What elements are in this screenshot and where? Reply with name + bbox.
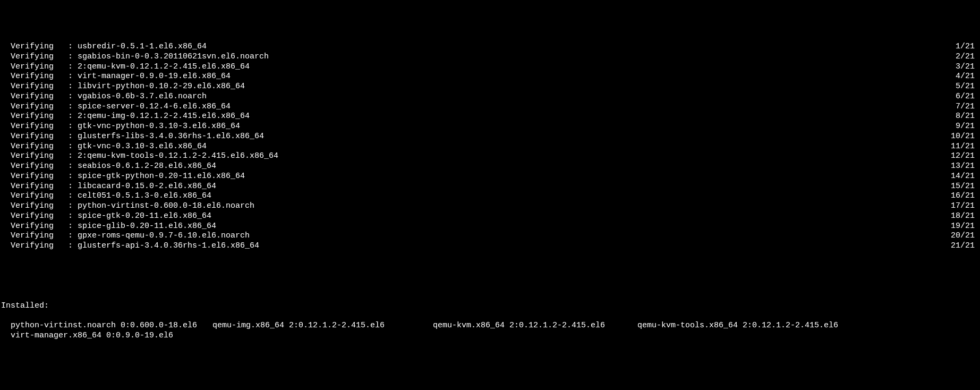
verify-line: Verifying : gtk-vnc-python-0.3.10-3.el6.… — [1, 122, 979, 132]
verify-package: Verifying : spice-server-0.12.4-6.el6.x8… — [1, 102, 231, 112]
verify-package: Verifying : gtk-vnc-python-0.3.10-3.el6.… — [1, 122, 240, 132]
verify-line: Verifying : virt-manager-0.9.0-19.el6.x8… — [1, 72, 979, 82]
verify-counter: 18/21 — [951, 211, 979, 222]
verify-package: Verifying : glusterfs-libs-3.4.0.36rhs-1… — [1, 132, 264, 142]
verify-counter: 16/21 — [951, 191, 979, 201]
verify-package: Verifying : spice-glib-0.20-11.el6.x86_6… — [1, 222, 216, 232]
package-cell — [628, 331, 979, 341]
verify-line: Verifying : glusterfs-libs-3.4.0.36rhs-1… — [1, 132, 979, 142]
verify-line: Verifying : spice-server-0.12.4-6.el6.x8… — [1, 102, 979, 112]
package-cell: qemu-img.x86_64 2:0.12.1.2-2.415.el6 — [203, 321, 423, 331]
verify-counter: 12/21 — [951, 151, 979, 162]
verify-counter: 20/21 — [951, 231, 979, 241]
verify-counter: 7/21 — [956, 102, 979, 112]
package-cell: qemu-kvm-tools.x86_64 2:0.12.1.2-2.415.e… — [628, 321, 979, 331]
installed-row: virt-manager.x86_64 0:0.9.0-19.el6 — [1, 331, 979, 341]
verify-counter: 13/21 — [951, 162, 979, 172]
verify-package: Verifying : virt-manager-0.9.0-19.el6.x8… — [1, 72, 231, 82]
verify-line: Verifying : 2:qemu-kvm-tools-0.12.1.2-2.… — [1, 151, 979, 162]
verify-package: Verifying : libcacard-0.15.0-2.el6.x86_6… — [1, 182, 216, 192]
blank-line — [1, 361, 979, 371]
verify-counter: 21/21 — [951, 241, 979, 251]
verify-line: Verifying : gpxe-roms-qemu-0.9.7-6.10.el… — [1, 231, 979, 241]
verify-package: Verifying : 2:qemu-kvm-tools-0.12.1.2-2.… — [1, 151, 278, 162]
verify-package: Verifying : glusterfs-api-3.4.0.36rhs-1.… — [1, 241, 259, 251]
verify-package: Verifying : vgabios-0.6b-3.7.el6.noarch — [1, 92, 207, 102]
verify-counter: 15/21 — [951, 182, 979, 192]
verify-package: Verifying : sgabios-bin-0-0.3.20110621sv… — [1, 52, 269, 62]
verify-package: Verifying : spice-gtk-python-0.20-11.el6… — [1, 172, 245, 182]
package-cell: virt-manager.x86_64 0:0.9.0-19.el6 — [1, 331, 203, 341]
verify-counter: 1/21 — [956, 42, 979, 52]
verify-counter: 6/21 — [956, 92, 979, 102]
verify-line: Verifying : spice-glib-0.20-11.el6.x86_6… — [1, 222, 979, 232]
verify-package: Verifying : usbredir-0.5.1-1.el6.x86_64 — [1, 42, 207, 52]
verify-counter: 4/21 — [956, 72, 979, 82]
verify-line: Verifying : spice-gtk-python-0.20-11.el6… — [1, 172, 979, 182]
package-cell — [423, 331, 628, 341]
verify-package: Verifying : gtk-vnc-0.3.10-3.el6.x86_64 — [1, 142, 207, 152]
verify-line: Verifying : spice-gtk-0.20-11.el6.x86_64… — [1, 211, 979, 222]
verify-line: Verifying : seabios-0.6.1.2-28.el6.x86_6… — [1, 162, 979, 172]
verify-package: Verifying : celt051-0.5.1.3-0.el6.x86_64 — [1, 191, 211, 201]
verify-line: Verifying : usbredir-0.5.1-1.el6.x86_641… — [1, 42, 979, 52]
verify-counter: 17/21 — [951, 201, 979, 211]
verify-counter: 14/21 — [951, 172, 979, 182]
installed-header: Installed: — [1, 301, 979, 311]
verify-line: Verifying : libcacard-0.15.0-2.el6.x86_6… — [1, 182, 979, 192]
blank-line — [1, 271, 979, 281]
installed-row: python-virtinst.noarch 0:0.600.0-18.el6q… — [1, 321, 979, 331]
verify-line: Verifying : vgabios-0.6b-3.7.el6.noarch6… — [1, 92, 979, 102]
verify-line: Verifying : sgabios-bin-0-0.3.20110621sv… — [1, 52, 979, 62]
verify-counter: 5/21 — [956, 82, 979, 92]
package-cell — [203, 331, 423, 341]
verify-package: Verifying : python-virtinst-0.600.0-18.e… — [1, 201, 254, 211]
verify-counter: 8/21 — [956, 112, 979, 122]
verify-counter: 9/21 — [956, 122, 979, 132]
verify-counter: 10/21 — [951, 132, 979, 142]
verify-package: Verifying : seabios-0.6.1.2-28.el6.x86_6… — [1, 162, 216, 172]
verify-line: Verifying : python-virtinst-0.600.0-18.e… — [1, 201, 979, 211]
verify-package: Verifying : 2:qemu-img-0.12.1.2-2.415.el… — [1, 112, 250, 122]
installed-block: python-virtinst.noarch 0:0.600.0-18.el6q… — [1, 321, 979, 341]
verify-package: Verifying : gpxe-roms-qemu-0.9.7-6.10.el… — [1, 231, 250, 241]
verify-line: Verifying : 2:qemu-kvm-0.12.1.2-2.415.el… — [1, 62, 979, 72]
verify-line: Verifying : celt051-0.5.1.3-0.el6.x86_64… — [1, 191, 979, 201]
verify-package: Verifying : libvirt-python-0.10.2-29.el6… — [1, 82, 245, 92]
verify-package: Verifying : spice-gtk-0.20-11.el6.x86_64 — [1, 211, 211, 222]
verify-block: Verifying : usbredir-0.5.1-1.el6.x86_641… — [1, 42, 979, 251]
verify-counter: 11/21 — [951, 142, 979, 152]
verify-line: Verifying : 2:qemu-img-0.12.1.2-2.415.el… — [1, 112, 979, 122]
verify-line: Verifying : gtk-vnc-0.3.10-3.el6.x86_641… — [1, 142, 979, 152]
verify-counter: 3/21 — [956, 62, 979, 72]
package-cell: qemu-kvm.x86_64 2:0.12.1.2-2.415.el6 — [423, 321, 628, 331]
verify-line: Verifying : glusterfs-api-3.4.0.36rhs-1.… — [1, 241, 979, 251]
package-cell: python-virtinst.noarch 0:0.600.0-18.el6 — [1, 321, 203, 331]
verify-line: Verifying : libvirt-python-0.10.2-29.el6… — [1, 82, 979, 92]
verify-package: Verifying : 2:qemu-kvm-0.12.1.2-2.415.el… — [1, 62, 250, 72]
verify-counter: 19/21 — [951, 222, 979, 232]
verify-counter: 2/21 — [956, 52, 979, 62]
